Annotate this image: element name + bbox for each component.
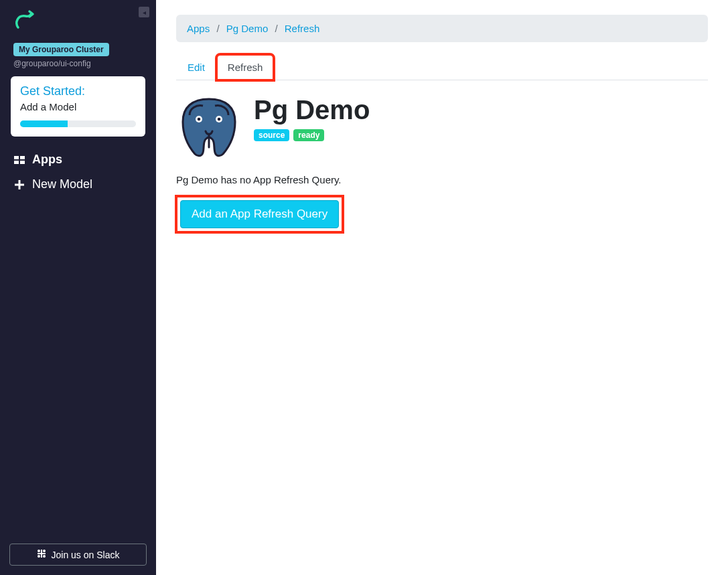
get-started-subtitle: Add a Model [20,101,136,112]
svg-point-13 [198,118,201,121]
sidebar-nav: Apps New Model [4,147,152,197]
sidebar-item-apps[interactable]: Apps [7,147,149,172]
no-refresh-query-text: Pg Demo has no App Refresh Query. [176,174,708,185]
get-started-title: Get Started: [20,84,136,98]
tab-refresh[interactable]: Refresh [216,54,275,80]
breadcrumb-refresh[interactable]: Refresh [285,23,320,34]
app-header: Pg Demo source ready [176,95,708,161]
badge-ready: ready [293,129,324,141]
app-badges: source ready [254,129,370,141]
breadcrumb-apps[interactable]: Apps [187,23,210,34]
svg-rect-2 [14,161,19,164]
sidebar-header: My Grouparoo Cluster @grouparoo/ui-confi… [4,7,152,147]
svg-rect-11 [38,553,46,554]
app-header-text: Pg Demo source ready [254,95,370,141]
cluster-subtitle: @grouparoo/ui-config [13,59,147,68]
add-refresh-query-button[interactable]: Add an App Refresh Query [180,200,339,228]
grouparoo-logo-icon [13,9,147,35]
plus-icon [13,180,25,189]
tab-edit[interactable]: Edit [176,54,216,80]
svg-point-9 [43,555,46,558]
postgres-icon [176,95,242,161]
caret-left-icon: ◂ [143,9,146,16]
sidebar-item-new-model[interactable]: New Model [7,172,149,197]
badge-source: source [254,129,289,141]
grid-icon [13,155,25,165]
svg-rect-0 [14,156,19,159]
breadcrumb-separator: / [216,23,219,34]
breadcrumb-pg-demo[interactable]: Pg Demo [226,23,269,34]
sidebar: ◂ My Grouparoo Cluster @grouparoo/ui-con… [0,0,156,575]
tabs: Edit Refresh [176,54,708,80]
svg-point-15 [218,118,221,121]
app-title: Pg Demo [254,95,370,125]
sidebar-item-label: New Model [32,177,92,191]
cluster-badge[interactable]: My Grouparoo Cluster [13,43,109,56]
join-slack-label: Join us on Slack [52,550,120,560]
sidebar-footer: Join us on Slack [4,544,152,568]
slack-icon [37,549,46,560]
join-slack-button[interactable]: Join us on Slack [9,544,147,566]
onboarding-progress [20,120,136,127]
svg-rect-5 [15,183,24,185]
svg-point-7 [43,550,46,552]
svg-rect-3 [20,161,25,164]
get-started-card[interactable]: Get Started: Add a Model [11,76,145,137]
collapse-sidebar-button[interactable]: ◂ [139,7,149,17]
sidebar-item-label: Apps [32,153,62,167]
breadcrumb-separator: / [275,23,277,34]
svg-point-8 [38,555,40,558]
svg-rect-1 [20,156,25,159]
svg-point-6 [38,550,40,552]
add-refresh-query-highlight: Add an App Refresh Query [176,196,343,232]
breadcrumb: Apps / Pg Demo / Refresh [176,15,708,42]
onboarding-progress-fill [20,120,68,127]
main-content: Apps / Pg Demo / Refresh Edit Refresh Pg… [156,0,728,575]
